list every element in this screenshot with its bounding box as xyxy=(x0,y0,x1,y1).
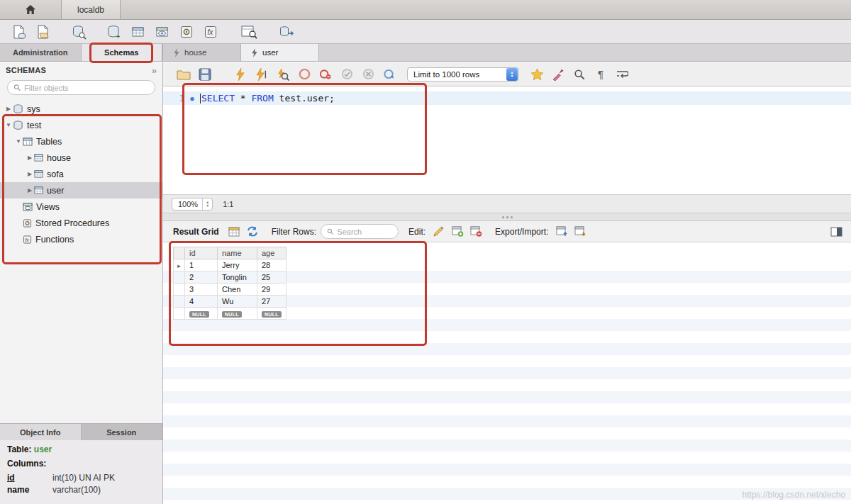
table-icon xyxy=(34,170,43,178)
grid-cell-name[interactable]: Chen xyxy=(218,284,257,296)
stored-procedures-icon xyxy=(23,219,32,228)
create-table-icon[interactable] xyxy=(128,23,149,41)
chevron-right-icon[interactable]: ▶ xyxy=(26,171,34,177)
grid-header-id[interactable]: id xyxy=(185,247,218,259)
new-query-tab-icon[interactable] xyxy=(9,23,30,41)
open-sql-script-icon[interactable] xyxy=(33,23,54,41)
tree-item-test[interactable]: ▼ test xyxy=(0,117,162,133)
table-label: Table: xyxy=(7,444,31,454)
grid-cell-id[interactable]: 2 xyxy=(185,271,218,284)
pane-splitter[interactable] xyxy=(163,213,851,221)
chevron-down-icon[interactable]: ▼ xyxy=(14,138,23,145)
chevron-right-icon[interactable]: ▶ xyxy=(26,155,34,161)
limit-rows-dropdown[interactable]: Limit to 1000 rows ▲▼ xyxy=(407,67,519,82)
schema-filter-input[interactable] xyxy=(24,84,149,92)
text-cursor xyxy=(200,94,201,103)
grid-null-row[interactable]: NULL NULL NULL xyxy=(174,308,287,320)
execute-icon[interactable] xyxy=(230,65,251,84)
grid-cell-id[interactable]: 1 xyxy=(185,259,218,271)
create-procedure-icon[interactable] xyxy=(176,23,197,41)
grid-cell-id[interactable]: 4 xyxy=(185,296,218,308)
rollback-icon[interactable] xyxy=(357,65,379,84)
tab-administration[interactable]: Administration xyxy=(0,44,82,61)
collapse-panel-icon[interactable]: » xyxy=(152,65,157,76)
filter-rows-field[interactable] xyxy=(321,224,399,239)
grid-cell-age[interactable]: 28 xyxy=(257,259,287,271)
tab-schemas[interactable]: Schemas xyxy=(82,44,163,61)
editor-tab-user[interactable]: user xyxy=(241,44,319,61)
zoom-control[interactable]: 100% ▲▼ xyxy=(172,198,213,211)
explain-plan-icon[interactable] xyxy=(272,65,294,84)
tab-object-info[interactable]: Object Info xyxy=(0,424,82,440)
grid-cell-age[interactable]: 25 xyxy=(257,271,287,284)
grid-header-name[interactable]: name xyxy=(218,247,257,259)
grid-cell-age[interactable]: 27 xyxy=(257,296,287,308)
refresh-results-icon[interactable] xyxy=(243,224,262,240)
grid-cell-id[interactable]: 3 xyxy=(185,284,218,296)
import-records-icon[interactable] xyxy=(571,224,589,240)
grid-row[interactable]: 2 Tonglin 25 xyxy=(174,271,287,284)
open-file-icon[interactable] xyxy=(173,65,194,84)
toggle-stop-on-error-icon[interactable] xyxy=(315,65,336,84)
chevron-down-icon[interactable]: ▼ xyxy=(4,122,13,128)
grid-row[interactable]: 4 Wu 27 xyxy=(174,296,287,308)
insert-row-icon[interactable] xyxy=(448,224,467,240)
migration-wizard-icon[interactable] xyxy=(277,23,298,41)
tree-item-views[interactable]: Views xyxy=(0,198,162,215)
tree-item-tables[interactable]: ▼ Tables xyxy=(0,133,162,150)
zoom-value: 100% xyxy=(178,200,198,208)
export-results-icon[interactable] xyxy=(552,224,571,240)
toggle-side-panel-icon[interactable] xyxy=(827,224,845,240)
create-function-icon[interactable]: fx xyxy=(200,23,221,41)
tree-item-label: Tables xyxy=(36,137,62,147)
save-snippet-icon[interactable] xyxy=(526,65,547,84)
tree-item-label: sys xyxy=(27,104,40,114)
chevron-right-icon[interactable]: ▶ xyxy=(4,106,13,112)
null-badge[interactable]: NULL xyxy=(262,311,282,318)
show-invisibles-icon[interactable]: ¶ xyxy=(590,65,611,84)
open-inspector-icon[interactable] xyxy=(68,23,89,41)
create-schema-icon[interactable]: + xyxy=(104,23,125,41)
filter-rows-input[interactable] xyxy=(337,228,392,236)
grid-header-age[interactable]: age xyxy=(257,247,287,259)
tab-session[interactable]: Session xyxy=(82,424,163,440)
find-icon[interactable] xyxy=(569,65,590,84)
tree-item-sofa[interactable]: ▶ sofa xyxy=(0,166,162,182)
grid-row[interactable]: 3 Chen 29 xyxy=(174,284,287,296)
tree-item-user[interactable]: ▶ user xyxy=(0,182,162,198)
commit-icon[interactable] xyxy=(336,65,357,84)
edit-record-icon[interactable] xyxy=(430,224,448,240)
tree-item-stored-procedures[interactable]: Stored Procedures xyxy=(0,215,162,231)
grid-cell-name[interactable]: Jerry xyxy=(218,259,257,271)
grid-cell-name[interactable]: Wu xyxy=(218,296,257,308)
views-icon xyxy=(23,203,33,211)
create-view-icon[interactable] xyxy=(152,23,173,41)
grid-cell-age[interactable]: 29 xyxy=(257,284,287,296)
grid-view-icon[interactable] xyxy=(225,224,243,240)
null-badge[interactable]: NULL xyxy=(222,311,242,318)
home-tab[interactable] xyxy=(0,0,61,19)
null-badge[interactable]: NULL xyxy=(189,311,209,318)
beautify-sql-icon[interactable] xyxy=(547,65,569,84)
editor-tab-house[interactable]: house xyxy=(163,44,241,61)
stop-icon[interactable] xyxy=(294,65,315,84)
schema-filter-field[interactable] xyxy=(7,80,155,95)
tree-item-sys[interactable]: ▶ sys xyxy=(0,101,162,117)
save-icon[interactable] xyxy=(194,65,216,84)
editor-current-line[interactable]: 1 ● SELECT * FROM test.user; xyxy=(163,91,851,105)
export-import-label: Export/Import: xyxy=(495,227,548,237)
zoom-stepper-icon[interactable]: ▲▼ xyxy=(202,198,212,210)
wrap-text-icon[interactable] xyxy=(611,65,633,84)
delete-row-icon[interactable] xyxy=(467,224,485,240)
tree-item-functions[interactable]: fx Functions xyxy=(0,231,162,247)
tree-item-house[interactable]: ▶ house xyxy=(0,150,162,166)
toggle-autocommit-icon[interactable] xyxy=(379,65,400,84)
sql-tab-icon xyxy=(251,48,258,57)
grid-cell-name[interactable]: Tonglin xyxy=(218,271,257,284)
chevron-right-icon[interactable]: ▶ xyxy=(26,187,34,194)
execute-current-statement-icon[interactable] xyxy=(251,65,272,84)
connection-tab[interactable]: localdb xyxy=(61,0,121,19)
grid-row[interactable]: ▸ 1 Jerry 28 xyxy=(174,259,287,271)
search-data-icon[interactable] xyxy=(238,23,260,41)
sql-editor[interactable]: 1 ● SELECT * FROM test.user; xyxy=(163,86,851,195)
